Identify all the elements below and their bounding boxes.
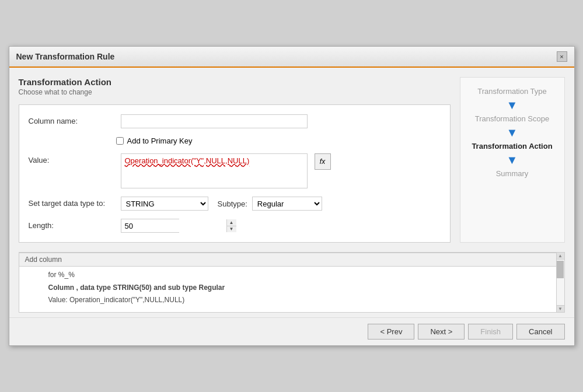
arrow-3: ▼ — [507, 154, 518, 166]
subtype-label: Subtype: — [218, 200, 247, 208]
length-label: Length: — [29, 219, 116, 230]
sidebar-step-scope: Transformation Scope — [475, 114, 549, 123]
data-type-label: Set target data type to: — [29, 197, 116, 208]
prev-button[interactable]: < Prev — [368, 324, 414, 340]
content-area: Transformation Action Choose what to cha… — [9, 68, 574, 252]
sidebar-step-action: Transformation Action — [472, 142, 552, 150]
arrow-1: ▼ — [507, 99, 518, 111]
dialog: New Transformation Rule × Transformation… — [9, 46, 575, 346]
length-input[interactable] — [121, 219, 226, 232]
finish-button[interactable]: Finish — [468, 324, 513, 340]
preview-line-2: Column , data type STRING(50) and sub ty… — [48, 282, 553, 295]
section-subtitle: Choose what to change — [19, 88, 451, 96]
value-display: Operation_indicator("Y",NULL,NULL) — [121, 153, 308, 188]
close-icon: × — [560, 53, 563, 60]
column-name-input[interactable] — [121, 114, 308, 128]
column-name-row: Column name: — [29, 114, 441, 128]
arrow-2: ▼ — [507, 127, 518, 138]
cancel-button[interactable]: Cancel — [516, 324, 564, 340]
subtype-select[interactable]: Regular NChar — [252, 197, 322, 211]
scroll-track — [557, 260, 564, 305]
section-title: Transformation Action — [19, 77, 451, 87]
sidebar-step-summary: Summary — [496, 169, 529, 178]
preview-scrollbar[interactable]: ▲ ▼ — [556, 253, 564, 312]
spinner-buttons: ▲ ▼ — [226, 219, 236, 232]
title-bar: New Transformation Rule × — [9, 47, 574, 68]
scroll-up-btn[interactable]: ▲ — [557, 253, 564, 260]
primary-key-checkbox[interactable] — [116, 137, 124, 145]
sidebar-step-type: Transformation Type — [477, 87, 547, 96]
close-button[interactable]: × — [557, 51, 567, 62]
value-row: Value: Operation_indicator("Y",NULL,NULL… — [29, 153, 441, 188]
preview-header: Add column — [19, 253, 564, 267]
primary-key-row: Add to Primary Key — [116, 136, 441, 145]
sidebar: Transformation Type ▼ Transformation Sco… — [460, 77, 565, 243]
value-label: Value: — [29, 153, 116, 164]
preview-line-1: for %_% — [48, 269, 553, 282]
spinner-up-button[interactable]: ▲ — [227, 219, 236, 226]
data-type-select[interactable]: STRING INTEGER FLOAT DATE BOOLEAN — [121, 197, 208, 211]
data-type-row: Set target data type to: STRING INTEGER … — [29, 197, 441, 211]
preview-line-3: Value: Operation_indicator("Y",NULL,NULL… — [48, 294, 553, 307]
spinner-down-button[interactable]: ▼ — [227, 226, 236, 233]
length-row: Length: ▲ ▼ — [29, 219, 441, 233]
form-area: Column name: Add to Primary Key Value: O… — [19, 104, 451, 243]
preview-area: Add column for %_% Column , data type ST… — [19, 252, 565, 313]
dialog-title: New Transformation Rule — [16, 52, 115, 61]
main-panel: Transformation Action Choose what to cha… — [19, 77, 451, 243]
fx-label: fx — [320, 158, 325, 166]
fx-button[interactable]: fx — [315, 153, 331, 170]
button-bar: < Prev Next > Finish Cancel — [9, 317, 574, 345]
preview-content: for %_% Column , data type STRING(50) an… — [19, 267, 564, 312]
value-content: Operation_indicator("Y",NULL,NULL) — [125, 156, 250, 165]
next-button[interactable]: Next > — [418, 324, 465, 340]
column-name-label: Column name: — [29, 114, 116, 125]
length-spinner: ▲ ▼ — [121, 219, 179, 233]
scroll-thumb — [557, 261, 564, 278]
primary-key-label: Add to Primary Key — [127, 136, 193, 145]
scroll-down-btn[interactable]: ▼ — [557, 305, 564, 312]
